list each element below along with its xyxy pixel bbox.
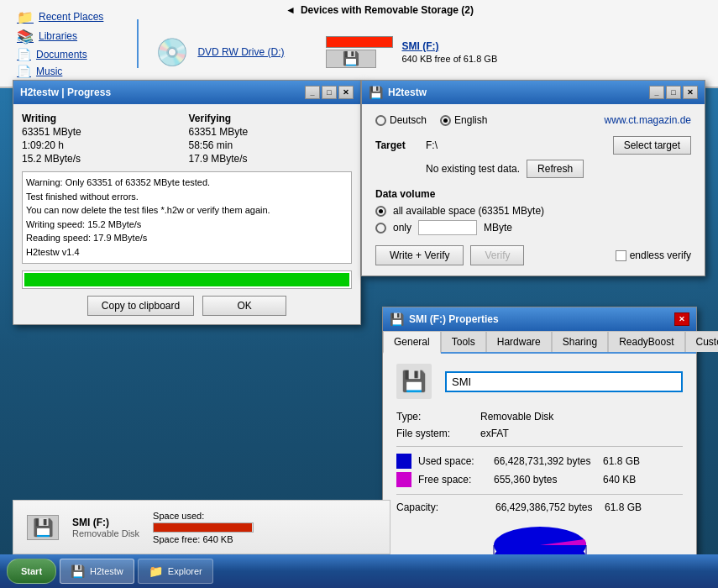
libraries-link[interactable]: 📚 Libraries	[17, 29, 103, 45]
select-target-button[interactable]: Select target	[613, 136, 691, 155]
stats-grid: Writing 63351 MByte 1:09:20 h 15.2 MByte…	[22, 113, 352, 165]
free-color-swatch	[396, 472, 411, 487]
endless-verify-checkbox[interactable]	[616, 250, 626, 261]
free-bytes: 655,360 bytes	[494, 474, 603, 486]
tab-hardware[interactable]: Hardware	[486, 331, 552, 352]
dvd-label[interactable]: DVD RW Drive (D:)	[197, 46, 284, 58]
taskbar-h2testw[interactable]: 💾 H2testw	[60, 559, 134, 584]
smi-thumb-icon: 💾	[27, 515, 59, 540]
progress-titlebar: H2testw | Progress _ □ ✕	[13, 81, 360, 104]
only-label: only	[393, 222, 411, 234]
documents-icon: 📄	[17, 48, 31, 61]
progress-content: Writing 63351 MByte 1:09:20 h 15.2 MByte…	[13, 104, 360, 324]
libraries-label: Libraries	[39, 30, 77, 42]
recent-places-label: Recent Places	[39, 11, 103, 23]
mbyte-input[interactable]	[418, 220, 477, 235]
verifying-label: Verifying	[189, 113, 353, 124]
smi-text-info: SMI (F:) Removable Disk	[72, 517, 139, 538]
tab-tools[interactable]: Tools	[441, 331, 486, 352]
documents-link[interactable]: 📄 Documents	[17, 48, 103, 61]
smi-free-space: 640 KB free of 61.8 GB	[401, 54, 497, 64]
music-link[interactable]: 📄 Music	[17, 65, 103, 78]
capacity-human: 61.8 GB	[605, 501, 642, 513]
all-space-label: all available space (63351 MByte)	[393, 205, 544, 217]
verifying-speed: 17.9 MByte/s	[189, 153, 353, 165]
drive-icon: 💾	[396, 364, 432, 399]
capacity-bytes: 66,429,386,752 bytes	[495, 501, 605, 513]
smi-capacity-bar	[326, 36, 393, 48]
documents-label: Documents	[36, 49, 87, 60]
taskbar-explorer-icon: 📁	[149, 564, 163, 578]
smi-drive-icon: 💾	[326, 50, 376, 68]
write-verify-button[interactable]: Write + Verify	[375, 245, 464, 265]
writing-label: Writing	[22, 113, 186, 124]
explorer-bottom-panel: 💾 SMI (F:) Removable Disk Space used: Sp…	[13, 500, 390, 554]
music-label: Music	[36, 66, 62, 77]
drive-name-input[interactable]	[445, 371, 683, 392]
divider-1	[396, 446, 683, 447]
tab-customize[interactable]: Customize	[685, 331, 719, 352]
smi-drive-item: 💾 SMI (F:) 640 KB free of 61.8 GB	[326, 36, 497, 68]
minimize-button[interactable]: _	[305, 86, 320, 99]
taskbar-h2testw-icon: 💾	[71, 564, 85, 578]
properties-title: SMI (F:) Properties	[409, 313, 499, 325]
log-line-5: Reading speed: 17.9 MByte/s	[26, 231, 348, 245]
fs-label: File system:	[396, 428, 480, 439]
tab-readyboost[interactable]: ReadyBoost	[608, 331, 684, 352]
deutsch-radio[interactable]	[375, 115, 386, 126]
taskbar-h2testw-label: H2testw	[90, 566, 123, 576]
progress-bar-fill	[24, 273, 349, 286]
ok-button[interactable]: OK	[202, 296, 286, 316]
h2testw-content: Deutsch English www.ct.magazin.de Target…	[362, 104, 705, 276]
tab-general[interactable]: General	[383, 331, 441, 354]
h2testw-title: H2testw	[388, 87, 427, 98]
refresh-button[interactable]: Refresh	[527, 160, 584, 178]
folder-icon: 📁	[17, 9, 34, 25]
h2testw-titlebar: 💾 H2testw _ □ ✕	[362, 81, 705, 104]
writing-mbyte: 63351 MByte	[22, 126, 186, 138]
progress-title: H2testw | Progress	[20, 87, 111, 98]
english-option[interactable]: English	[440, 114, 487, 126]
english-radio[interactable]	[440, 115, 451, 126]
h2testw-minimize[interactable]: _	[649, 86, 664, 99]
log-area: Warning: Only 63351 of 63352 MByte teste…	[22, 171, 352, 264]
used-space-row: Used space: 66,428,731,392 bytes 61.8 GB	[396, 454, 683, 469]
copy-clipboard-button[interactable]: Copy to clipboard	[87, 296, 194, 316]
tab-sharing[interactable]: Sharing	[552, 331, 608, 352]
used-label: Used space:	[418, 455, 494, 467]
recent-places-link[interactable]: 📁 Recent Places	[17, 9, 103, 25]
log-line-4: Writing speed: 15.2 MByte/s	[26, 218, 348, 232]
close-button[interactable]: ✕	[338, 86, 354, 99]
taskbar-explorer[interactable]: 📁 Explorer	[138, 559, 213, 584]
writing-col: Writing 63351 MByte 1:09:20 h 15.2 MByte…	[22, 113, 186, 165]
verify-button[interactable]: Verify	[470, 245, 524, 265]
properties-icon: 💾	[390, 312, 404, 326]
log-line-3: You can now delete the test files *.h2w …	[26, 203, 348, 218]
no-test-text: No existing test data.	[426, 163, 520, 175]
taskbar-start[interactable]: Start	[7, 559, 56, 584]
deutsch-option[interactable]: Deutsch	[375, 114, 427, 126]
h2testw-maximize[interactable]: □	[666, 86, 681, 99]
target-value: F:\	[426, 139, 613, 151]
explorer-panel: 📁 Recent Places 📚 Libraries 📄 Documents …	[0, 0, 718, 88]
h2testw-icon: 💾	[369, 86, 383, 99]
verifying-col: Verifying 63351 MByte 58:56 min 17.9 MBy…	[189, 113, 353, 165]
devices-section: ◄ Devices with Removable Storage (2) 💿 D…	[137, 19, 497, 68]
properties-controls: ✕	[674, 312, 689, 326]
space-used-area: Space used: Space free: 640 KB	[153, 511, 254, 544]
maximize-button[interactable]: □	[322, 86, 337, 99]
writing-speed: 15.2 MByte/s	[22, 153, 186, 165]
space-free-text: Space free: 640 KB	[153, 534, 254, 544]
library-icon: 📚	[17, 29, 34, 45]
fs-value: exFAT	[480, 428, 509, 439]
website-link[interactable]: www.ct.magazin.de	[605, 114, 691, 126]
smi-drive-label[interactable]: SMI (F:)	[401, 40, 497, 52]
properties-close[interactable]: ✕	[674, 312, 689, 326]
h2testw-close[interactable]: ✕	[683, 86, 698, 99]
music-icon: 📄	[17, 65, 31, 78]
deutsch-label: Deutsch	[390, 114, 427, 126]
only-radio[interactable]	[375, 223, 386, 234]
used-human: 61.8 GB	[603, 455, 640, 467]
all-space-radio[interactable]	[375, 206, 386, 217]
free-human: 640 KB	[603, 474, 636, 486]
